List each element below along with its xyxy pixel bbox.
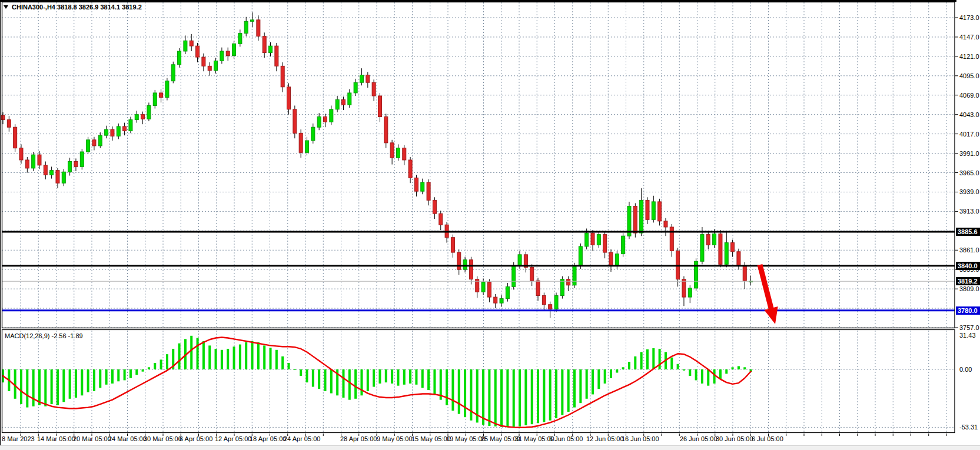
down-arrow-head[interactable]: [764, 306, 778, 324]
macd-histogram-bar: [270, 348, 272, 369]
candlestick: [682, 279, 686, 297]
candlestick: [542, 296, 546, 305]
candlestick: [299, 133, 303, 152]
candlestick: [360, 75, 363, 83]
price-axis-label: 4147.0: [959, 34, 979, 41]
candlestick: [98, 135, 102, 146]
price-axis-label: 3861.0: [959, 246, 979, 254]
time-axis-label: 8 Mar 2023: [2, 435, 35, 442]
macd-histogram-bar: [221, 350, 223, 369]
price-axis-label: 4121.0: [959, 53, 979, 60]
macd-histogram-bar: [44, 369, 46, 406]
candlestick: [105, 129, 108, 135]
time-axis-label: 16 Jun 05:00: [622, 435, 659, 442]
macd-histogram-bar: [451, 369, 454, 411]
candlestick: [196, 46, 200, 57]
candlestick: [232, 44, 236, 55]
macd-histogram-bar: [117, 369, 119, 381]
candlestick: [536, 281, 540, 295]
macd-histogram-bar: [427, 369, 430, 390]
macd-histogram-bar: [695, 369, 697, 380]
macd-histogram-bar: [26, 369, 28, 408]
candlestick: [153, 93, 157, 106]
macd-histogram-bar: [378, 369, 381, 384]
macd-histogram-bar: [738, 366, 740, 369]
macd-histogram-bar: [567, 369, 570, 412]
candlestick: [463, 260, 467, 269]
macd-histogram-bar: [233, 346, 235, 369]
macd-histogram-bar: [549, 369, 552, 421]
candlestick: [609, 252, 613, 266]
macd-histogram-bar: [543, 369, 545, 422]
down-arrow-shaft[interactable]: [760, 265, 772, 312]
candlestick: [591, 233, 594, 245]
macd-histogram-bar: [506, 369, 509, 427]
macd-histogram-bar: [87, 369, 89, 392]
candlestick: [68, 161, 72, 172]
macd-histogram-bar: [604, 369, 606, 384]
symbol-ohlc: 3818.8 3826.9 3814.1 3819.2: [57, 4, 142, 11]
macd-histogram-bar: [482, 369, 484, 425]
candlestick: [670, 227, 673, 251]
macd-histogram-bar: [531, 369, 533, 424]
macd-histogram-bar: [318, 369, 320, 389]
candlestick: [335, 99, 339, 109]
candlestick: [433, 200, 436, 214]
macd-histogram-bar: [579, 369, 582, 403]
candlestick: [439, 214, 443, 225]
candlestick: [506, 286, 509, 298]
candlestick: [263, 36, 266, 53]
candlestick: [74, 161, 78, 166]
candlestick: [178, 51, 181, 65]
symbol-dropdown-icon[interactable]: [4, 5, 8, 9]
macd-histogram-bar: [288, 363, 290, 369]
macd-histogram-bar: [208, 345, 211, 369]
symbol-title: CHINA300-,H4: [12, 4, 55, 11]
candlestick: [743, 265, 746, 281]
candlestick: [19, 148, 23, 160]
candlestick: [469, 260, 473, 279]
window-left-border: [0, 2, 1, 445]
macd-histogram-bar: [342, 369, 344, 398]
candlestick: [87, 140, 90, 152]
macd-histogram-bar: [701, 369, 703, 384]
candlestick: [305, 141, 309, 152]
macd-histogram-bar: [32, 369, 35, 406]
candlestick: [560, 279, 564, 296]
price-axis-label: 4017.0: [959, 131, 979, 138]
candlestick: [706, 235, 710, 245]
macd-histogram-bar: [312, 369, 314, 387]
candlestick: [275, 46, 278, 66]
macd-histogram-bar: [306, 369, 308, 382]
macd-histogram-bar: [652, 348, 655, 369]
macd-histogram-bar: [135, 369, 138, 375]
candlestick: [390, 143, 394, 158]
candlestick: [160, 93, 163, 98]
macd-histogram-bar: [251, 341, 254, 369]
macd-histogram-bar: [616, 369, 618, 373]
macd-histogram-bar: [500, 369, 503, 427]
macd-histogram-bar: [634, 356, 636, 369]
time-axis-label: 31 May 05:00: [515, 435, 554, 442]
candlestick: [427, 182, 430, 200]
candlestick: [293, 109, 297, 134]
macd-histogram-bar: [111, 369, 114, 384]
candlestick: [135, 115, 138, 120]
macd-histogram-bar: [294, 369, 296, 370]
candlestick: [184, 41, 187, 51]
candlestick: [311, 127, 315, 141]
time-axis-label: 28 Apr 05:00: [340, 435, 377, 442]
candlestick: [372, 82, 376, 96]
macd-histogram-bar: [215, 349, 217, 369]
macd-histogram-bar: [610, 369, 612, 378]
macd-histogram-bar: [646, 349, 649, 369]
chart-canvas[interactable]: [0, 0, 980, 450]
candlestick: [341, 99, 345, 105]
macd-histogram-bar: [62, 369, 65, 402]
macd-histogram-bar: [628, 362, 630, 369]
macd-histogram-bar: [586, 369, 588, 399]
candlestick: [549, 305, 552, 309]
candlestick: [123, 126, 127, 131]
candlestick: [56, 171, 59, 184]
macd-histogram-bar: [713, 369, 716, 384]
